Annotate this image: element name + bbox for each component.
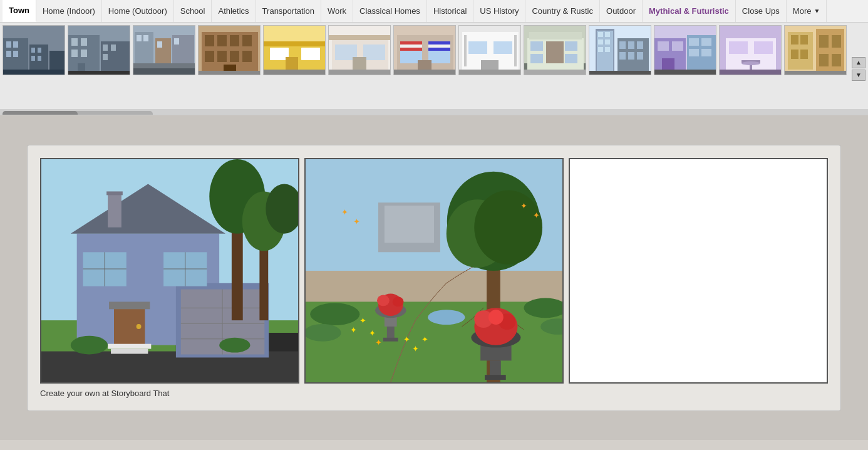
nav-item-transportation[interactable]: Transportation (256, 0, 321, 22)
svg-rect-148 (106, 191, 123, 195)
svg-text:✦: ✦ (359, 316, 366, 325)
svg-text:✦: ✦ (369, 328, 376, 337)
nav-item-mythical-futuristic[interactable]: Mythical & Futuristic (643, 0, 736, 22)
nav-item-athletics[interactable]: Athletics (212, 0, 256, 22)
svg-rect-3 (13, 41, 18, 48)
nav-item-country-rustic[interactable]: Country & Rustic (525, 0, 600, 22)
svg-point-187 (377, 295, 390, 306)
nav-item-home-indoor[interactable]: Home (Indoor) (36, 0, 102, 22)
svg-rect-114 (689, 38, 699, 46)
panel-2[interactable]: ✦ ✦ ✦ ✦ ✦ ✦ ✦ ✦ ✦ ✦ ✦ ✦ ✦ (304, 158, 564, 384)
nav-item-us-history[interactable]: US History (473, 0, 525, 22)
svg-rect-107 (589, 71, 651, 75)
svg-rect-147 (108, 193, 121, 227)
svg-rect-68 (428, 44, 450, 48)
nav-item-historical[interactable]: Historical (427, 0, 473, 22)
svg-rect-32 (157, 41, 162, 48)
svg-rect-31 (143, 35, 148, 41)
nav-item-work[interactable]: Work (321, 0, 353, 22)
svg-rect-33 (174, 38, 179, 44)
nav-item-home-outdoor[interactable]: Home (Outdoor) (102, 0, 174, 22)
thumbnail-7[interactable] (393, 25, 456, 75)
thumbnail-10[interactable] (589, 25, 651, 75)
nav-item-close-ups[interactable]: Close Ups (736, 0, 787, 22)
svg-rect-199 (485, 375, 506, 380)
svg-rect-175 (385, 206, 434, 243)
thumbnail-9[interactable] (524, 25, 586, 75)
svg-rect-110 (658, 41, 669, 51)
thumbnail-4[interactable] (198, 25, 261, 75)
panel-1[interactable] (40, 158, 299, 384)
svg-point-157 (137, 324, 142, 329)
svg-rect-102 (628, 41, 634, 49)
thumbnail-scroll-area[interactable] (0, 23, 868, 109)
svg-rect-4 (6, 51, 11, 57)
svg-rect-75 (464, 35, 467, 66)
scroll-up-button[interactable]: ▲ (852, 57, 865, 68)
svg-rect-9 (31, 56, 35, 61)
svg-rect-84 (529, 32, 582, 39)
storyboard-container: ✦ ✦ ✦ ✦ ✦ ✦ ✦ ✦ ✦ ✦ ✦ ✦ ✦ (27, 145, 841, 411)
thumbnail-8[interactable] (458, 25, 521, 75)
svg-rect-95 (605, 32, 610, 37)
svg-rect-165 (111, 348, 148, 353)
thumbnail-6[interactable] (328, 25, 391, 75)
nav-item-classical-homes[interactable]: Classical Homes (353, 0, 427, 22)
svg-rect-89 (565, 54, 577, 63)
scroll-down-button[interactable]: ▼ (852, 70, 865, 81)
thumbnail-2[interactable] (68, 25, 130, 75)
scrollbar-thumb[interactable] (3, 111, 78, 115)
svg-point-182 (474, 190, 542, 264)
svg-point-126 (741, 61, 760, 65)
svg-rect-21 (103, 44, 108, 51)
svg-rect-57 (363, 44, 385, 60)
svg-rect-104 (619, 52, 626, 60)
svg-rect-76 (514, 35, 517, 66)
thumbnail-3[interactable] (133, 25, 195, 75)
svg-rect-123 (754, 41, 773, 54)
svg-rect-164 (108, 343, 151, 348)
svg-rect-190 (383, 337, 398, 341)
svg-rect-138 (819, 54, 829, 66)
svg-rect-140 (785, 71, 847, 75)
nav-item-town[interactable]: Town (3, 0, 36, 22)
svg-text:✦: ✦ (375, 337, 382, 347)
svg-rect-40 (242, 35, 252, 46)
nav-item-school[interactable]: School (174, 0, 212, 22)
svg-rect-41 (205, 51, 214, 62)
svg-text:✦: ✦ (520, 201, 527, 211)
svg-rect-16 (81, 38, 87, 46)
thumbnail-11[interactable] (654, 25, 716, 75)
svg-rect-87 (565, 41, 577, 51)
svg-rect-65 (400, 48, 422, 51)
svg-rect-52 (264, 41, 326, 46)
svg-rect-67 (428, 41, 450, 44)
svg-rect-63 (400, 41, 422, 44)
svg-rect-7 (31, 48, 35, 53)
svg-text:✦: ✦ (353, 216, 360, 226)
svg-rect-69 (428, 48, 450, 51)
nav-item-more[interactable]: More ▼ (787, 0, 827, 22)
svg-rect-39 (230, 35, 239, 46)
storyboard-caption: Create your own at Storyboard That (40, 389, 169, 398)
svg-rect-101 (619, 41, 626, 49)
svg-rect-131 (791, 35, 798, 44)
svg-point-215 (306, 324, 341, 342)
nav-item-outdoor[interactable]: Outdoor (600, 0, 643, 22)
storyboard-panels: ✦ ✦ ✦ ✦ ✦ ✦ ✦ ✦ ✦ ✦ ✦ ✦ ✦ (40, 158, 828, 384)
svg-rect-96 (598, 39, 603, 44)
thumbnail-strip: ▲ ▼ (0, 23, 868, 115)
thumbnail-5[interactable] (263, 25, 326, 75)
thumbnail-1[interactable] (3, 25, 65, 75)
svg-rect-72 (394, 70, 456, 75)
svg-rect-42 (217, 51, 227, 62)
svg-rect-59 (329, 35, 391, 40)
svg-rect-136 (819, 35, 829, 48)
scrollbar-track[interactable] (3, 111, 153, 115)
thumbnail-13[interactable] (784, 25, 847, 75)
thumbnail-12[interactable] (719, 25, 782, 75)
panel-3[interactable] (569, 158, 828, 384)
svg-point-197 (488, 310, 504, 325)
svg-rect-17 (71, 50, 78, 57)
svg-rect-77 (468, 41, 487, 54)
